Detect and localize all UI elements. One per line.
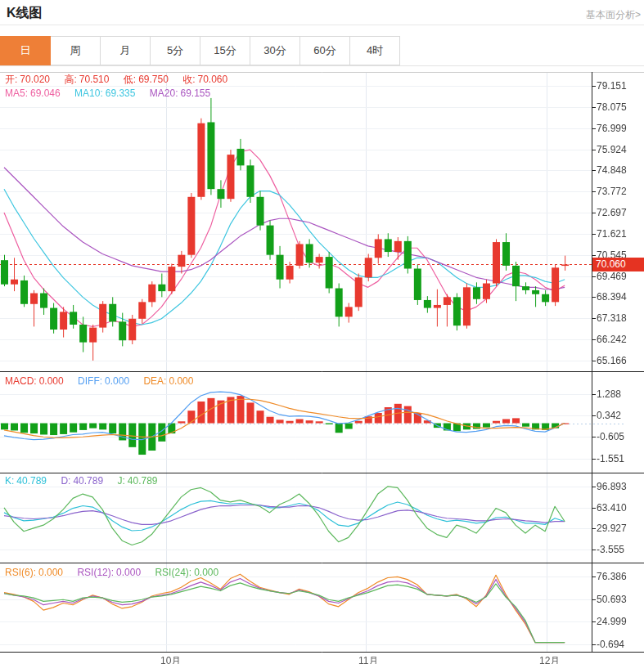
y-axis-label: 68.394 [597,291,644,303]
y-axis-label: -0.694 [597,639,644,650]
y-axis-label: 69.469 [597,271,644,282]
tab-weekly[interactable]: 周 [51,36,101,65]
y-axis-label: 66.242 [597,334,644,345]
close-label: 收: [182,74,195,85]
j-label: J: [117,475,124,487]
diff-label: DIFF: [78,375,102,387]
y-axis-label: 74.848 [597,164,644,176]
high-label: 高: [64,74,76,85]
open-value: 70.020 [20,74,50,85]
ma5-label: MA5: [5,87,28,99]
rsi-legend: RSI(6):0.000 RSI(12):0.000 RSI(24):0.000 [5,567,221,578]
rsi24-value: 0.000 [194,567,218,578]
tab-5min[interactable]: 5分 [151,36,200,65]
y-axis-label: 24.999 [597,616,644,627]
y-axis-label: 76.999 [597,123,644,134]
y-axis-label: 1.288 [597,388,644,400]
tab-daily[interactable]: 日 [0,36,51,65]
x-axis-label-october: 10月 [160,654,181,664]
low-value: 69.750 [138,74,169,85]
y-axis-label: 75.924 [597,144,644,155]
tab-60min[interactable]: 60分 [300,36,350,65]
macd-label: MACD: [5,375,37,387]
ma10-label: MA10: [74,87,103,99]
d-label: D: [61,475,70,487]
y-axis-label: 0.342 [597,410,644,421]
tab-4hour[interactable]: 4时 [350,36,400,65]
y-axis-label: 29.927 [597,523,644,534]
j-value: 40.789 [128,475,158,487]
open-label: 开: [5,74,17,85]
fundamental-analysis-link[interactable]: 基本面分析> [586,8,641,22]
dea-value: 0.000 [169,375,193,387]
y-axis-label: 78.075 [597,101,644,113]
y-axis-label: 63.410 [597,502,644,514]
x-axis-label-december: 12月 [539,654,560,664]
rsi6-label: RSI(6): [5,567,36,578]
ma5-value: 69.046 [30,87,61,99]
k-label: K: [5,475,14,487]
k-value: 40.789 [16,475,47,487]
y-axis-label: 71.621 [597,228,644,240]
ma20-value: 69.155 [180,87,210,99]
ma-legend: MA5:69.046 MA10:69.335 MA20:69.155 [5,87,213,99]
ohlc-legend: 开:70.020 高:70.510 低:69.750 收:70.060 [5,73,230,87]
ma10-value: 69.335 [106,87,136,99]
diff-value: 0.000 [105,375,129,387]
page-header: K线图 基本面分析> [0,0,644,25]
tab-30min[interactable]: 30分 [250,36,300,65]
rsi6-value: 0.000 [38,567,63,578]
y-axis-label: 50.693 [597,594,644,605]
dea-label: DEA: [143,375,166,387]
macd-value: 0.000 [39,375,64,387]
high-value: 70.510 [79,74,110,85]
y-axis-label: -1.551 [597,453,644,464]
rsi12-label: RSI(12): [77,567,114,578]
page-title: K线图 [7,5,43,22]
y-axis-label: 73.772 [597,186,644,197]
tab-monthly[interactable]: 月 [101,36,151,65]
close-value: 70.060 [198,74,228,85]
rsi12-value: 0.000 [116,567,141,578]
y-axis-label: -3.555 [597,544,644,555]
low-label: 低: [124,74,136,85]
d-value: 40.789 [73,475,103,487]
y-axis-label: 67.318 [597,312,644,324]
tab-15min[interactable]: 15分 [200,36,250,65]
macd-legend: MACD:0.000 DIFF:0.000 DEA:0.000 [5,375,196,387]
x-axis-label-november: 11月 [358,654,378,664]
y-axis-label: 76.386 [597,571,644,582]
period-tab-bar: 日 周 月 5分 15分 30分 60分 4时 [0,36,644,66]
current-price-tag: 70.060 [592,258,644,271]
y-axis-label: 72.697 [597,207,644,218]
y-axis-label: 96.893 [597,481,644,492]
rsi24-label: RSI(24): [155,567,191,578]
kdj-legend: K:40.789 D:40.789 J:40.789 [5,475,160,487]
y-axis-label: 79.151 [597,80,644,92]
y-axis-label: 65.166 [597,355,644,366]
y-axis-label: -0.605 [597,431,644,442]
kline-chart-area: 开:70.020 高:70.510 低:69.750 收:70.060 MA5:… [0,66,644,664]
ma20-label: MA20: [150,87,178,99]
